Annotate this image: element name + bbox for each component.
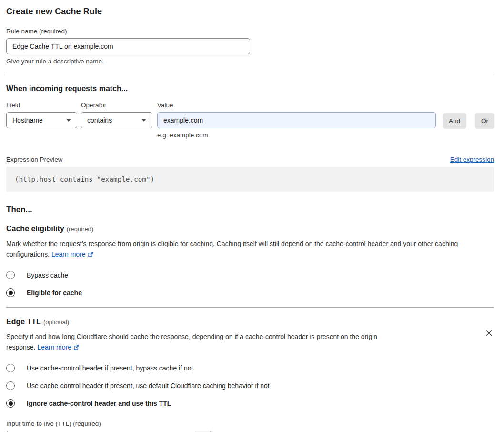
cache-eligibility-heading: Cache eligibility(required)	[6, 225, 494, 233]
radio-use-header-bypass[interactable]: Use cache-control header if present, byp…	[6, 364, 494, 372]
radio-icon	[6, 364, 15, 372]
match-section-heading: When incoming requests match...	[6, 84, 494, 93]
learn-more-link[interactable]: Learn more	[51, 250, 86, 258]
learn-more-link[interactable]: Learn more	[37, 343, 71, 351]
operator-select-value: contains	[87, 116, 112, 124]
radio-label: Eligible for cache	[27, 289, 82, 297]
radio-label: Ignore cache-control header and use this…	[27, 400, 171, 407]
radio-label: Use cache-control header if present, use…	[27, 382, 270, 390]
external-link-icon	[88, 250, 94, 261]
value-helper: e.g. example.com	[157, 132, 436, 139]
page-title: Create new Cache Rule	[6, 7, 494, 17]
field-label: Field	[6, 102, 77, 109]
edge-ttl-heading: Edge TTL(optional)	[6, 318, 494, 326]
match-condition-row: Field Hostname Operator contains Value e…	[6, 102, 494, 139]
radio-icon	[6, 381, 15, 390]
rule-name-helper: Give your rule a descriptive name.	[6, 58, 494, 65]
external-link-icon	[73, 343, 80, 354]
and-button[interactable]: And	[443, 113, 466, 129]
cache-eligibility-description: Mark whether the request’s response from…	[6, 239, 494, 260]
radio-label: Bypass cache	[27, 271, 68, 279]
radio-icon	[6, 288, 15, 297]
edit-expression-link[interactable]: Edit expression	[450, 156, 494, 163]
field-select[interactable]: Hostname	[6, 112, 77, 128]
edge-ttl-section: Edge TTL(optional) Specify if and how lo…	[6, 318, 494, 432]
radio-bypass-cache[interactable]: Bypass cache	[6, 271, 494, 279]
expression-preview-header: Expression Preview Edit expression	[6, 156, 494, 163]
radio-icon	[6, 399, 15, 408]
radio-icon	[6, 271, 15, 279]
operator-label: Operator	[81, 102, 152, 109]
operator-select[interactable]: contains	[81, 112, 152, 128]
create-cache-rule-form: Create new Cache Rule Rule name (require…	[0, 0, 504, 432]
optional-badge: (optional)	[43, 319, 69, 326]
field-column: Field Hostname	[6, 102, 77, 128]
value-column: Value e.g. example.com	[157, 102, 436, 139]
radio-ignore-header-use-ttl[interactable]: Ignore cache-control header and use this…	[6, 399, 494, 408]
edge-ttl-title: Edge TTL	[6, 318, 41, 326]
field-select-value: Hostname	[12, 116, 43, 124]
expression-preview-label: Expression Preview	[6, 156, 63, 163]
rule-name-input[interactable]	[6, 38, 250, 54]
value-label: Value	[157, 102, 436, 109]
then-heading: Then...	[6, 205, 494, 215]
chevron-down-icon	[141, 119, 146, 122]
or-button[interactable]: Or	[475, 113, 494, 129]
radio-use-header-default[interactable]: Use cache-control header if present, use…	[6, 381, 494, 390]
expression-preview-code: (http.host contains "example.com")	[6, 167, 494, 192]
radio-eligible-for-cache[interactable]: Eligible for cache	[6, 288, 494, 297]
section-divider	[6, 307, 494, 308]
edge-ttl-description: Specify if and how long Cloudflare shoul…	[6, 332, 403, 353]
section-divider	[6, 75, 494, 75]
required-badge: (required)	[67, 226, 93, 233]
radio-label: Use cache-control header if present, byp…	[27, 364, 193, 372]
cache-eligibility-title: Cache eligibility	[6, 225, 64, 233]
condition-connector-buttons: And Or	[443, 113, 494, 129]
close-icon	[485, 329, 493, 337]
rule-name-label: Rule name (required)	[6, 28, 494, 35]
chevron-down-icon	[66, 119, 71, 122]
operator-column: Operator contains	[81, 102, 152, 128]
ttl-input-label: Input time-to-live (TTL) (required)	[6, 420, 494, 427]
cache-eligibility-section: Cache eligibility(required) Mark whether…	[6, 225, 494, 297]
value-input[interactable]	[157, 112, 436, 128]
edge-ttl-close-button[interactable]	[484, 328, 494, 338]
